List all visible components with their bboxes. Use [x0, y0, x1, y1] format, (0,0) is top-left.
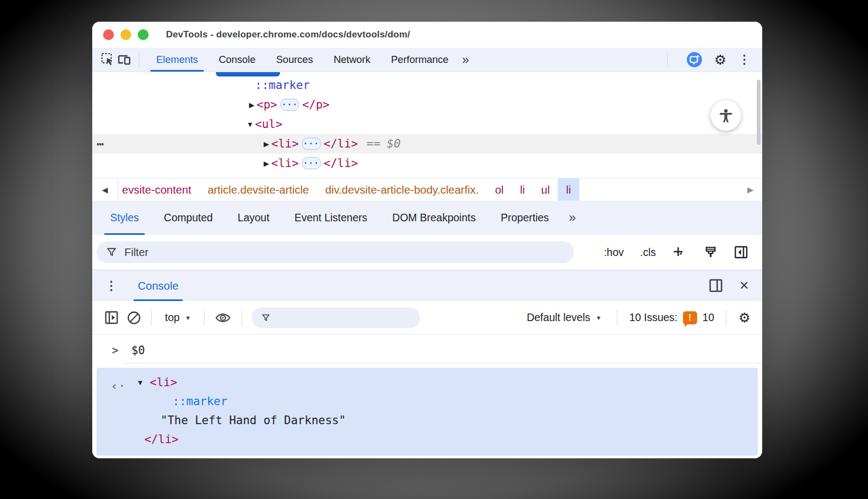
- issues-badge-icon: !: [683, 311, 697, 324]
- elements-dom-tree: ::marker ▶<p>···</p> ▼<ul> ⋯ ▶<li>···</l…: [92, 72, 762, 178]
- close-window-button[interactable]: [103, 29, 114, 40]
- console-result-block[interactable]: ‹· ▼<li> ::marker "The Left Hand of Dark…: [97, 368, 758, 456]
- disclosure-collapsed-icon[interactable]: ▶: [261, 159, 271, 168]
- tab-console[interactable]: Console: [208, 48, 266, 72]
- settings-gear-icon[interactable]: ⚙: [714, 52, 726, 68]
- breadcrumb-item[interactable]: div.devsite-article-body.clearfix.: [317, 178, 487, 201]
- element-classes-button[interactable]: .cls: [640, 246, 656, 259]
- drawer-menu-kebab-icon[interactable]: ⋮: [105, 279, 117, 293]
- tab-computed[interactable]: Computed: [151, 201, 225, 235]
- collapsed-content-ellipsis-button[interactable]: ···: [302, 138, 321, 150]
- minimize-window-button[interactable]: [120, 29, 131, 40]
- devtools-main-toolbar: Elements Console Sources Network Perform…: [92, 48, 762, 72]
- drawer-tab-console[interactable]: Console: [133, 270, 183, 301]
- disclosure-collapsed-icon[interactable]: ▶: [247, 101, 257, 109]
- breadcrumb-item-selected[interactable]: li: [558, 178, 579, 201]
- tab-performance[interactable]: Performance: [381, 48, 459, 72]
- accessibility-overlay-button[interactable]: [711, 100, 741, 131]
- console-toolbar: top ▼ Default levels: [92, 301, 762, 335]
- main-menu-kebab-icon[interactable]: ⋮: [738, 53, 750, 67]
- tree-row-li[interactable]: ▶<li>···</li>: [92, 153, 762, 173]
- breadcrumb-item[interactable]: li: [512, 178, 533, 201]
- more-tabs-icon[interactable]: »: [462, 53, 468, 67]
- styles-filter-input[interactable]: [124, 246, 564, 259]
- node-overflow-dots-icon[interactable]: ⋯: [97, 137, 104, 151]
- dom-tree-scrollbar[interactable]: [757, 80, 761, 145]
- styles-filter-field[interactable]: [97, 241, 574, 263]
- toolbar-divider: [667, 53, 668, 67]
- new-style-rule-icon[interactable]: [672, 245, 687, 259]
- device-toolbar-icon[interactable]: [116, 52, 132, 68]
- dollar-zero-annotation: $0: [387, 137, 400, 150]
- dom-breadcrumb-bar: ◀ evsite-content article.devsite-article…: [92, 178, 762, 201]
- tree-row-p[interactable]: ▶<p>···</p>: [92, 95, 762, 114]
- drawer-header: ⋮ Console ✕: [92, 270, 762, 301]
- more-panes-icon[interactable]: »: [569, 210, 575, 225]
- zoom-window-button[interactable]: [138, 29, 149, 40]
- breadcrumb-item[interactable]: article.devsite-article: [200, 178, 317, 201]
- command-text: $0: [131, 344, 145, 357]
- result-text-node: "The Left Hand of Darkness": [97, 411, 758, 430]
- toolbar-right-group: ⚙ ⋮: [661, 52, 750, 68]
- breadcrumb-scroll-right-icon[interactable]: ▶: [747, 185, 754, 195]
- accessibility-person-icon: [718, 107, 734, 124]
- tab-sources[interactable]: Sources: [266, 48, 323, 72]
- disclosure-expanded-icon[interactable]: ▼: [137, 373, 150, 392]
- console-sidebar-icon[interactable]: [104, 310, 119, 325]
- console-settings-gear-icon[interactable]: ⚙: [738, 310, 750, 325]
- console-filter-field[interactable]: [252, 308, 420, 328]
- clear-console-icon[interactable]: [126, 310, 142, 325]
- toolbar-divider: [726, 310, 726, 325]
- console-filter-input[interactable]: [278, 311, 410, 324]
- tab-layout[interactable]: Layout: [225, 201, 282, 235]
- sidebar-pane-tabs: Styles Computed Layout Event Listeners D…: [92, 201, 762, 235]
- console-command-row[interactable]: > $0: [92, 341, 762, 360]
- console-messages: > $0 ‹· ▼<li> ::marker "The Left Hand of…: [92, 335, 762, 458]
- breadcrumb-scroll-left-icon[interactable]: ◀: [92, 178, 118, 201]
- toggle-element-state-button[interactable]: :hov: [604, 246, 624, 259]
- inspect-element-icon[interactable]: [100, 52, 116, 68]
- filter-funnel-icon: [261, 313, 270, 323]
- tab-event-listeners[interactable]: Event Listeners: [282, 201, 380, 235]
- partial-selected-node: [216, 72, 280, 76]
- disclosure-collapsed-icon[interactable]: ▶: [261, 140, 271, 148]
- collapsed-content-ellipsis-button[interactable]: ···: [302, 157, 321, 169]
- issues-count: 10: [703, 311, 714, 324]
- toolbar-divider: [241, 310, 242, 325]
- equals-sign: ==: [367, 137, 380, 150]
- main-panel-tabs: Elements Console Sources Network Perform…: [146, 48, 459, 72]
- live-expression-eye-icon[interactable]: [214, 310, 232, 325]
- tab-dom-breakpoints[interactable]: DOM Breakpoints: [380, 201, 488, 235]
- pseudo-element-label[interactable]: ::marker: [255, 79, 310, 92]
- tab-styles[interactable]: Styles: [98, 201, 151, 235]
- result-pseudo-marker[interactable]: ::marker: [97, 392, 758, 411]
- breadcrumb-item[interactable]: ol: [487, 178, 512, 201]
- split-panel-icon[interactable]: [709, 278, 723, 293]
- tree-row-ul[interactable]: ▼<ul>: [92, 114, 762, 134]
- toggle-sidebar-icon[interactable]: [734, 245, 748, 259]
- log-levels-selector[interactable]: Default levels ▼: [524, 311, 605, 324]
- filter-funnel-icon: [106, 247, 117, 258]
- title-bar: DevTools - developer.chrome.com/docs/dev…: [92, 22, 762, 48]
- javascript-context-selector[interactable]: top ▼: [162, 311, 194, 324]
- collapsed-content-ellipsis-button[interactable]: ···: [280, 99, 299, 111]
- disclosure-expanded-icon[interactable]: ▼: [245, 120, 255, 129]
- tab-elements[interactable]: Elements: [146, 48, 208, 72]
- desktop-background: DevTools - developer.chrome.com/docs/dev…: [0, 0, 868, 499]
- dropdown-caret-icon: ▼: [596, 315, 602, 321]
- tree-row-li-selected[interactable]: ⋯ ▶<li>···</li>==$0: [92, 134, 762, 153]
- traffic-lights: [103, 29, 149, 40]
- breadcrumb-item[interactable]: evsite-content: [118, 178, 200, 201]
- devtools-window: DevTools - developer.chrome.com/docs/dev…: [92, 22, 762, 458]
- tree-row-marker-pseudo[interactable]: ::marker: [92, 75, 762, 95]
- toolbar-divider: [151, 310, 152, 325]
- rendering-brush-icon[interactable]: [704, 245, 718, 259]
- ai-assistance-icon[interactable]: [686, 52, 703, 68]
- issues-counter[interactable]: 10 Issues: ! 10: [629, 311, 714, 324]
- window-title: DevTools - developer.chrome.com/docs/dev…: [166, 29, 410, 40]
- close-drawer-icon[interactable]: ✕: [739, 279, 749, 293]
- breadcrumb-item[interactable]: ul: [533, 178, 558, 201]
- styles-toolbar-buttons: :hov .cls: [604, 245, 748, 259]
- tab-network[interactable]: Network: [323, 48, 381, 72]
- tab-properties[interactable]: Properties: [488, 201, 561, 235]
